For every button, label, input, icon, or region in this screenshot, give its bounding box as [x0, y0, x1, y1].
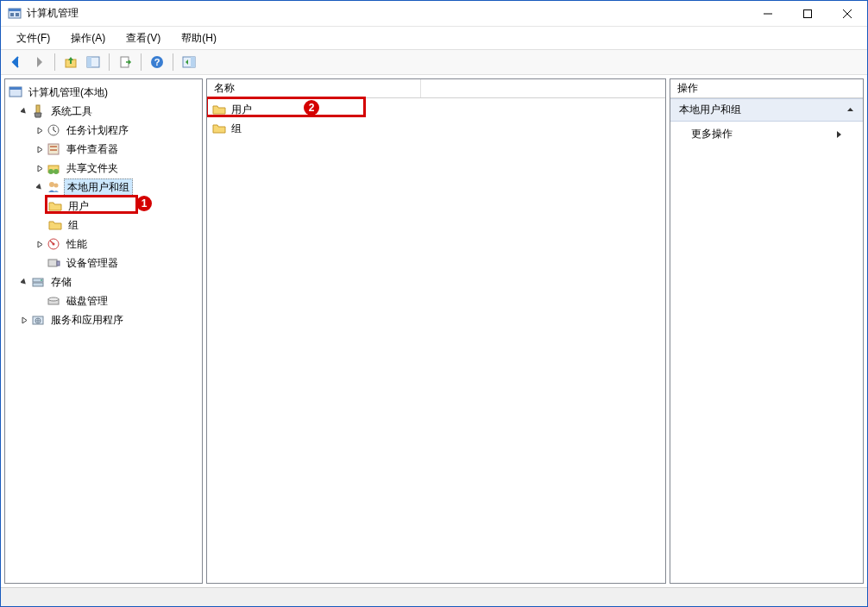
- services-apps-icon: [31, 313, 45, 327]
- svg-rect-14: [9, 87, 22, 90]
- back-button[interactable]: [6, 52, 27, 72]
- actions-item-more[interactable]: 更多操作: [670, 122, 863, 147]
- minimize-button[interactable]: [748, 1, 788, 27]
- tree-label: 用户: [66, 198, 91, 215]
- close-button[interactable]: [827, 1, 867, 27]
- svg-rect-12: [191, 57, 195, 67]
- tree-item-groups[interactable]: 组: [7, 216, 200, 235]
- annotation-badge-2: 2: [304, 100, 319, 116]
- tree-item-task-scheduler[interactable]: 任务计划程序: [7, 121, 200, 140]
- column-header-name[interactable]: 名称: [207, 79, 421, 97]
- svg-rect-7: [87, 57, 91, 67]
- menubar: 文件(F) 操作(A) 查看(V) 帮助(H): [1, 27, 867, 49]
- tree-item-disk-management[interactable]: 磁盘管理: [7, 291, 200, 310]
- actions-pane-header: 操作: [670, 79, 863, 98]
- collapse-icon: [846, 106, 854, 114]
- tree-label: 计算机管理(本地): [26, 84, 110, 101]
- tree-expand-icon[interactable]: [33, 237, 47, 251]
- menu-help[interactable]: 帮助(H): [173, 28, 225, 48]
- tree-expand-icon[interactable]: [17, 313, 31, 327]
- tree-expand-icon[interactable]: [33, 142, 47, 156]
- toolbar: ?: [1, 49, 867, 75]
- tree-label: 事件查看器: [64, 141, 121, 158]
- folder-icon: [48, 218, 62, 232]
- svg-point-33: [48, 297, 59, 301]
- export-list-button[interactable]: [115, 52, 135, 72]
- tree-item-performance[interactable]: 性能: [7, 235, 200, 253]
- svg-point-26: [53, 243, 55, 246]
- menu-file[interactable]: 文件(F): [8, 28, 59, 48]
- tree-expand-icon[interactable]: [33, 161, 47, 175]
- tree-expand-icon[interactable]: [33, 123, 47, 137]
- system-tools-icon: [31, 104, 45, 118]
- annotation-badge-1: 1: [136, 196, 152, 211]
- tree-collapse-icon[interactable]: [17, 104, 31, 118]
- list-label: 用户: [231, 103, 252, 117]
- tree-label: 本地用户和组: [64, 178, 133, 197]
- list-pane: 名称 用户 组 2: [206, 78, 666, 584]
- tree-label: 服务和应用程序: [48, 312, 126, 329]
- toolbar-separator: [54, 53, 55, 71]
- tree-collapse-icon[interactable]: [33, 180, 47, 194]
- svg-rect-27: [48, 260, 57, 266]
- maximize-button[interactable]: [788, 1, 827, 27]
- svg-point-31: [41, 279, 42, 281]
- device-manager-icon: [47, 256, 60, 270]
- svg-rect-2: [10, 13, 14, 16]
- submenu-arrow-icon: [836, 130, 842, 139]
- svg-rect-19: [50, 149, 57, 151]
- svg-rect-18: [50, 146, 57, 147]
- menu-view[interactable]: 查看(V): [117, 28, 169, 48]
- svg-rect-3: [16, 13, 19, 16]
- up-level-button[interactable]: [60, 52, 81, 72]
- tree-item-system-tools[interactable]: 系统工具: [7, 102, 200, 121]
- list-label: 组: [231, 122, 242, 136]
- list-item-groups[interactable]: 组: [207, 119, 665, 138]
- tree-label: 存储: [48, 274, 74, 291]
- statusbar: [1, 587, 867, 606]
- event-viewer-icon: [47, 142, 60, 156]
- tree-label: 系统工具: [48, 103, 95, 120]
- help-button[interactable]: ?: [147, 52, 167, 72]
- show-hide-action-pane-button[interactable]: [179, 52, 199, 72]
- toolbar-separator: [109, 53, 110, 71]
- tree-item-local-users-groups[interactable]: 本地用户和组: [7, 178, 200, 197]
- list-item-users[interactable]: 用户: [207, 100, 665, 119]
- tree-item-root[interactable]: 计算机管理(本地): [7, 83, 200, 102]
- app-icon: [8, 7, 22, 21]
- toolbar-separator: [141, 53, 142, 71]
- menu-action[interactable]: 操作(A): [62, 28, 114, 48]
- svg-point-22: [53, 169, 59, 174]
- tree-pane: 计算机管理(本地) 系统工具: [4, 78, 203, 584]
- computer-management-icon: [9, 85, 22, 99]
- svg-point-23: [49, 182, 54, 187]
- list-header: 名称: [207, 79, 665, 98]
- tree-label: 性能: [64, 236, 90, 253]
- disk-management-icon: [47, 294, 60, 308]
- svg-point-24: [54, 184, 59, 188]
- folder-icon: [212, 122, 226, 135]
- svg-rect-1: [9, 9, 21, 11]
- actions-item-label: 更多操作: [691, 127, 733, 141]
- shared-folders-icon: [47, 161, 60, 175]
- svg-point-21: [48, 169, 53, 174]
- toolbar-separator: [173, 53, 173, 71]
- tree-collapse-icon[interactable]: [17, 275, 31, 289]
- tree-item-device-manager[interactable]: 设备管理器: [7, 253, 200, 272]
- folder-icon: [48, 199, 62, 213]
- titlebar: 计算机管理: [1, 1, 867, 27]
- tree-label: 组: [66, 217, 81, 234]
- svg-text:?: ?: [154, 57, 160, 67]
- svg-rect-28: [57, 261, 60, 266]
- tree-item-users[interactable]: 用户: [7, 197, 200, 216]
- actions-section[interactable]: 本地用户和组: [670, 98, 863, 122]
- actions-section-label: 本地用户和组: [679, 103, 741, 117]
- forward-button[interactable]: [28, 52, 49, 72]
- tree-item-services-apps[interactable]: 服务和应用程序: [7, 310, 200, 329]
- users-groups-icon: [47, 180, 60, 194]
- tree-label: 磁盘管理: [64, 293, 110, 310]
- tree-item-event-viewer[interactable]: 事件查看器: [7, 140, 200, 159]
- tree-item-storage[interactable]: 存储: [7, 272, 200, 291]
- show-hide-tree-button[interactable]: [83, 52, 104, 72]
- tree-item-shared-folders[interactable]: 共享文件夹: [7, 159, 200, 178]
